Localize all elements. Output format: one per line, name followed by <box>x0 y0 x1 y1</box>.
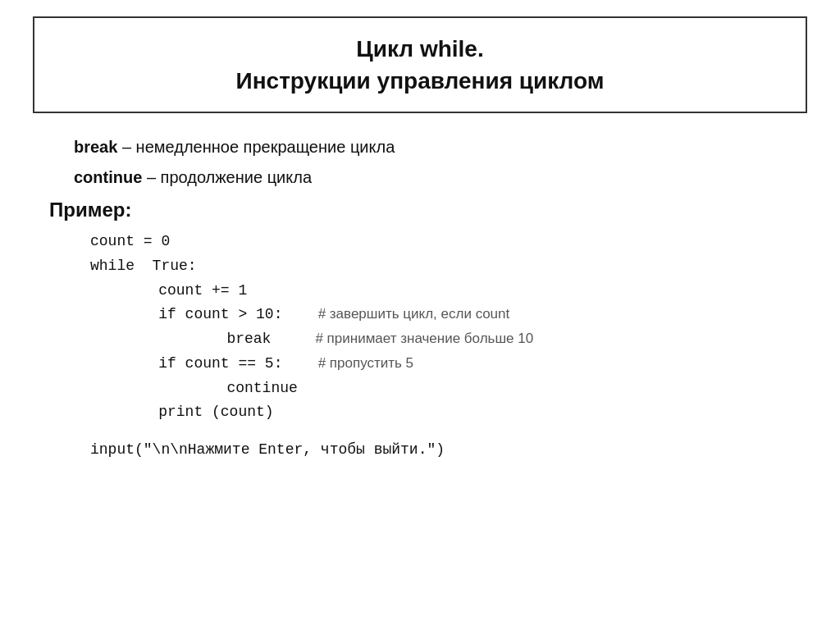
keyword-break: break <box>74 138 117 156</box>
code-line-4: if count > 10: # завершить цикл, если co… <box>90 303 791 327</box>
bottom-line: input("\n\nНажмите Enter, чтобы выйти.") <box>49 441 791 458</box>
definition-break: break – немедленное прекращение цикла <box>49 138 791 157</box>
comment-1: # завершить цикл, если count <box>318 306 510 322</box>
code-line-6: if count == 5: # пропустить 5 <box>90 352 791 377</box>
code-line-8: print (count) <box>90 400 791 425</box>
comment-2: # принимает значение больше 10 <box>315 331 533 346</box>
title-line2: Инструкции управления циклом <box>236 68 605 94</box>
slide-container: Цикл while. Инструкции управления циклом… <box>33 16 807 458</box>
content-area: break – немедленное прекращение цикла co… <box>33 138 807 458</box>
code-line-7: con​tinue <box>90 377 791 401</box>
code-line-2: while True: <box>90 254 791 279</box>
title-text: Цикл while. Инструкции управления циклом <box>59 33 781 97</box>
definition-continue: continue – продолжение цикла <box>49 168 791 187</box>
code-line-3: count += 1 <box>90 279 791 304</box>
definition-continue-text: – продолжение цикла <box>142 168 312 186</box>
title-line1: Цикл while. <box>356 36 483 62</box>
code-line-1: count = 0 <box>90 230 791 254</box>
title-box: Цикл while. Инструкции управления циклом <box>33 16 807 113</box>
keyword-continue: continue <box>74 168 142 186</box>
code-block: count = 0 while True: count += 1 if coun… <box>49 230 791 425</box>
comment-3: # пропустить 5 <box>318 355 413 371</box>
code-line-5: break # принимает значение больше 10 <box>90 327 791 352</box>
definition-break-text: – немедленное прекращение цикла <box>117 138 395 156</box>
example-label: Пример: <box>49 199 791 221</box>
